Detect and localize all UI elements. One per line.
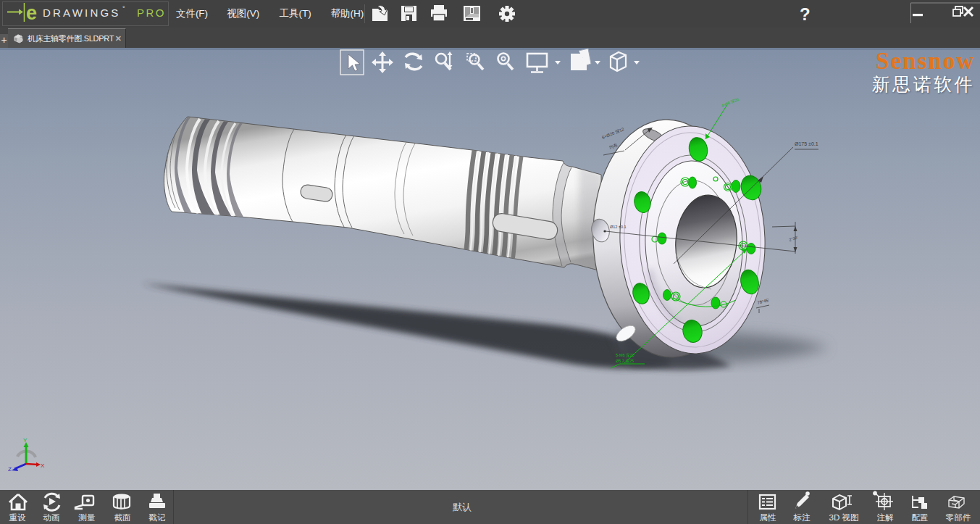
svg-text:?: ?: [800, 4, 811, 24]
svg-text:默认: 默认: [453, 502, 472, 512]
svg-text:Ø5.2 深25: Ø5.2 深25: [616, 359, 634, 364]
svg-text:配置: 配置: [912, 513, 929, 522]
svg-text:属性: 属性: [760, 513, 777, 522]
svg-text:Z: Z: [8, 466, 12, 473]
svg-text:5-M6 深20: 5-M6 深20: [616, 353, 635, 358]
svg-text:Ø175 ±0.1: Ø175 ±0.1: [795, 141, 818, 146]
svg-text:Ø12 ±0.1: Ø12 ±0.1: [610, 225, 627, 229]
svg-text:3D 视图: 3D 视图: [829, 513, 859, 522]
svg-text:注解: 注解: [877, 513, 895, 522]
svg-text:动画: 动画: [43, 513, 60, 522]
svg-text:截面: 截面: [114, 513, 131, 522]
svg-text:戳记: 戳记: [148, 513, 166, 522]
svg-text:测量: 测量: [78, 513, 96, 522]
svg-text:X: X: [41, 462, 45, 469]
svg-text:零部件: 零部件: [946, 513, 971, 522]
svg-text:Y: Y: [23, 437, 28, 444]
svg-text:标注: 标注: [793, 513, 811, 522]
svg-text:重设: 重设: [9, 513, 27, 522]
